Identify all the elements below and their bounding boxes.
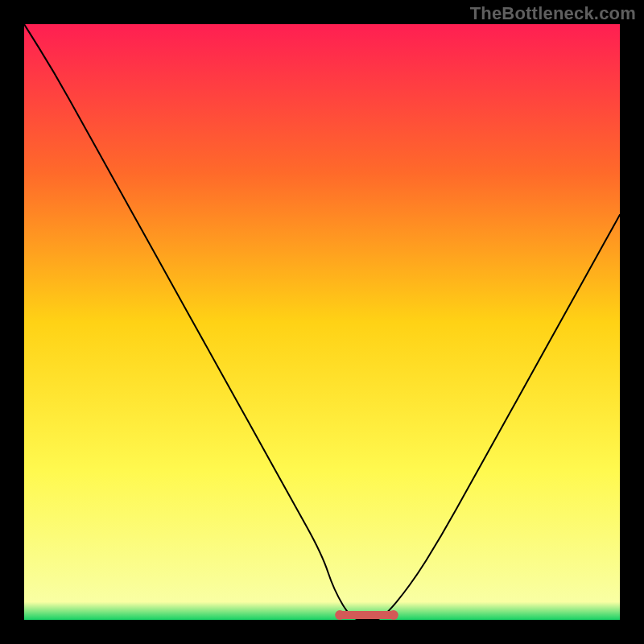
gradient-rect <box>24 24 620 620</box>
watermark-text: TheBottleneck.com <box>470 3 636 24</box>
plot-area <box>24 24 620 620</box>
optimal-range-start-dot <box>335 610 345 620</box>
optimal-range-end-dot <box>389 610 398 620</box>
chart-svg <box>24 24 620 620</box>
chart-frame: TheBottleneck.com <box>0 0 644 644</box>
